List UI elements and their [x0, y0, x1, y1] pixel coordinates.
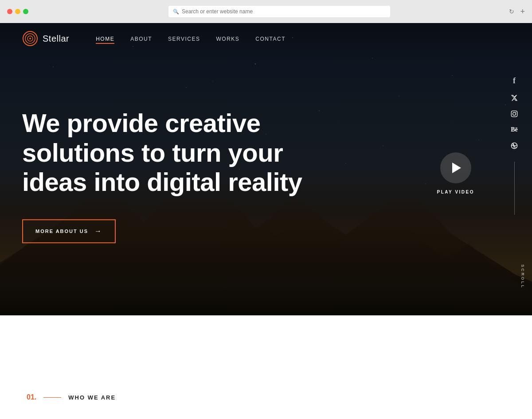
browser-chrome: 🔍 ↻ +	[0, 0, 532, 23]
play-triangle-icon	[452, 163, 461, 173]
reload-button[interactable]: ↻	[509, 8, 514, 15]
scroll-indicator: SCROLL	[520, 264, 525, 289]
arrow-icon: →	[94, 227, 102, 235]
navbar: Stellar HOME ABOUT SERVICES WORKS CONTAC…	[0, 23, 532, 54]
scroll-label: SCROLL	[520, 264, 525, 289]
facebook-icon[interactable]: f	[510, 76, 519, 85]
section-line	[43, 397, 61, 398]
nav-services[interactable]: SERVICES	[168, 36, 200, 42]
logo-text: Stellar	[43, 34, 69, 44]
site-wrapper: Stellar HOME ABOUT SERVICES WORKS CONTAC…	[0, 23, 532, 419]
section-number: 01.	[27, 393, 36, 401]
twitter-icon[interactable]	[510, 94, 519, 101]
svg-rect-4	[511, 111, 517, 116]
social-sidebar: f Bē	[510, 76, 519, 218]
new-tab-button[interactable]: +	[520, 7, 525, 16]
nav-contact[interactable]: CONTACT	[255, 36, 286, 42]
traffic-light-red[interactable]	[7, 9, 12, 14]
svg-point-6	[516, 112, 516, 113]
address-bar[interactable]: 🔍	[168, 6, 390, 17]
nav-about[interactable]: ABOUT	[130, 36, 152, 42]
hero-title-line3: ideas into digital reality	[22, 168, 302, 197]
section-label: 01. WHO WE ARE	[27, 393, 116, 401]
traffic-lights	[7, 9, 28, 14]
cta-label: MORE ABOUT US	[35, 229, 88, 234]
hero-content: We provide creative solutions to turn yo…	[22, 109, 302, 243]
search-icon: 🔍	[173, 9, 179, 15]
dribbble-icon[interactable]	[510, 142, 519, 149]
hero-title-line2: solutions to turn your	[22, 138, 283, 167]
more-about-us-button[interactable]: MORE ABOUT US →	[22, 219, 116, 243]
social-divider	[514, 162, 515, 215]
svg-point-5	[513, 113, 516, 116]
below-fold-section: 01. WHO WE ARE	[0, 315, 532, 419]
hero-section: Stellar HOME ABOUT SERVICES WORKS CONTAC…	[0, 23, 532, 315]
hero-title-line1: We provide creative	[22, 109, 260, 137]
traffic-light-green[interactable]	[23, 9, 28, 14]
logo[interactable]: Stellar	[22, 31, 69, 47]
logo-icon	[22, 31, 38, 47]
instagram-icon[interactable]	[510, 110, 519, 117]
traffic-light-yellow[interactable]	[15, 9, 20, 14]
nav-links: HOME ABOUT SERVICES WORKS CONTACT	[96, 35, 286, 43]
url-input[interactable]	[182, 8, 386, 15]
behance-icon[interactable]: Bē	[510, 126, 519, 133]
play-video-button[interactable]: PLAY VIDEO	[437, 152, 474, 194]
play-button-circle[interactable]	[440, 152, 471, 183]
play-video-label: PLAY VIDEO	[437, 190, 474, 194]
hero-title: We provide creative solutions to turn yo…	[22, 109, 302, 197]
nav-home[interactable]: HOME	[96, 36, 114, 44]
section-title: WHO WE ARE	[68, 394, 116, 401]
nav-works[interactable]: WORKS	[216, 36, 240, 42]
svg-point-3	[29, 38, 31, 39]
